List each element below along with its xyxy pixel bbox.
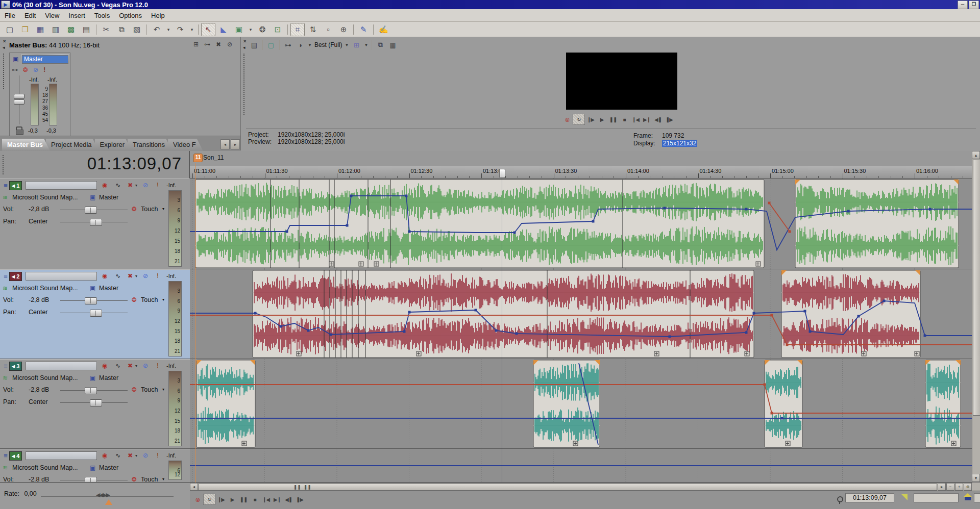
menu-file[interactable]: File (0, 10, 20, 21)
automation-settings-button[interactable]: ❂ (255, 23, 270, 36)
preview-quality-button[interactable]: ◑ (295, 39, 306, 50)
event-pan-crop-grip[interactable] (756, 262, 761, 266)
envelope-node[interactable] (330, 334, 332, 336)
event-pan-crop-grip[interactable] (374, 262, 379, 266)
audio-event[interactable] (795, 180, 959, 268)
selection-edit-tool-button[interactable]: ▣ (232, 23, 246, 36)
automation-gear-icon[interactable]: ❂ (132, 476, 137, 482)
menu-insert[interactable]: Insert (64, 10, 90, 21)
automation-mode-label[interactable]: Touch (141, 296, 158, 303)
overlay-grid-button[interactable]: ⊞ (351, 39, 362, 50)
envelope-node[interactable] (346, 224, 349, 227)
envelope-node[interactable] (771, 314, 773, 317)
redo-options-button[interactable]: ▾ (188, 23, 195, 36)
automation-dropdown-icon[interactable]: ▾ (162, 477, 164, 481)
envelope-line[interactable] (769, 203, 790, 232)
step-backward-button[interactable]: ◀❚ (283, 494, 294, 504)
track-envelope-icon[interactable]: ∿ (113, 451, 122, 460)
envelope-node[interactable] (789, 231, 791, 233)
pan-slider-handle[interactable] (90, 310, 102, 317)
mute-dropdown-icon[interactable]: ▾ (134, 362, 139, 370)
pan-value[interactable]: Center (29, 309, 48, 316)
event-pan-crop-grip[interactable] (416, 351, 421, 356)
marker-tag[interactable]: 11 (193, 154, 203, 162)
track-lane-4[interactable] (190, 449, 972, 482)
track-name-field[interactable] (26, 181, 97, 190)
video-output-fx-button[interactable]: ⊶ (282, 39, 293, 50)
tab-scroll-left[interactable]: ◂ (220, 139, 230, 149)
selection-start-field[interactable] (914, 493, 959, 502)
automation-mode-label[interactable]: Touch (141, 206, 158, 213)
play-from-start-button[interactable]: ❙▶ (585, 114, 596, 124)
track-name-field[interactable] (26, 362, 97, 370)
event-pan-crop-grip[interactable] (745, 351, 749, 356)
envelope-node[interactable] (516, 333, 518, 335)
envelope-node[interactable] (405, 195, 408, 197)
enable-snapping-button[interactable]: ⌗ (290, 23, 305, 36)
solo-icon[interactable]: ⊘ (141, 272, 150, 280)
track-header-1[interactable]: ≡◀1◉∿✖▾⊘!-Inf.36912151821≋Microsoft Soun… (0, 179, 190, 269)
record-arm-icon[interactable]: ◉ (100, 272, 109, 280)
master-fader-handle[interactable] (14, 94, 24, 103)
bus-routing-icon[interactable]: ▣ (90, 194, 95, 201)
tab-scroll-right[interactable]: ▸ (231, 139, 240, 149)
bus-routing-icon[interactable]: ▣ (90, 285, 95, 292)
record-button[interactable]: ◎ (561, 114, 573, 124)
envelope-edit-tool-button[interactable]: ◣ (216, 23, 231, 36)
audio-device-name[interactable]: Microsoft Sound Map... (12, 285, 78, 292)
play-from-start-button[interactable]: ❙▶ (215, 494, 227, 504)
playhead-line[interactable] (502, 171, 502, 482)
event-pan-crop-grip[interactable] (862, 351, 866, 356)
interactive-tutorials-button[interactable]: ✎ (356, 23, 371, 36)
pan-value[interactable]: Center (29, 218, 48, 225)
automation-dropdown-icon[interactable]: ▾ (162, 207, 164, 211)
selection-tool-options-button[interactable]: ▾ (247, 23, 254, 36)
open-project-button[interactable]: ❐ (18, 23, 32, 36)
menu-tools[interactable]: Tools (90, 10, 114, 21)
rate-marker-icon[interactable] (105, 499, 112, 505)
preview-quality-label[interactable]: Best (Full) (314, 41, 342, 48)
scroll-left-button[interactable]: ◂ (190, 483, 198, 491)
panel-grip[interactable] (3, 54, 5, 89)
envelope-node[interactable] (786, 344, 789, 346)
master-bus-name-field[interactable]: Master (22, 55, 68, 64)
envelope-node[interactable] (883, 300, 886, 302)
pan-slider-handle[interactable] (90, 399, 102, 406)
envelope-node[interactable] (408, 231, 411, 233)
envelope-node[interactable] (513, 232, 516, 234)
event-pan-crop-button[interactable]: ⊡ (271, 23, 285, 36)
envelope-node[interactable] (924, 335, 926, 337)
phase-icon[interactable]: ! (153, 362, 162, 370)
track-envelope-icon[interactable]: ∿ (113, 362, 122, 370)
loop-playback-button[interactable]: ↻ (573, 114, 585, 125)
automation-dropdown-icon[interactable]: ▾ (162, 387, 164, 392)
dock-arrow-icon[interactable]: ◂ (243, 45, 246, 50)
bus-routing-icon[interactable]: ▣ (90, 374, 95, 381)
event-pan-crop-grip[interactable] (786, 441, 790, 446)
scroll-down-button[interactable]: ▾ (972, 474, 980, 482)
event-pan-crop-grip[interactable] (573, 441, 578, 446)
step-forward-button[interactable]: ❚▶ (294, 494, 305, 504)
project-properties-button[interactable]: ▤ (79, 23, 93, 36)
insert-bus-button[interactable]: ⊞ (192, 40, 200, 48)
event-pan-crop-grip[interactable] (359, 262, 363, 266)
play-button[interactable]: ▶ (227, 494, 238, 504)
menu-help[interactable]: Help (146, 10, 169, 21)
record-arm-icon[interactable]: ◉ (100, 362, 109, 370)
vol-value[interactable]: -2,8 dB (29, 386, 49, 393)
envelope-node[interactable] (745, 332, 748, 334)
scroll-right-button[interactable]: ▸ (938, 483, 946, 491)
mute-dropdown-icon[interactable]: ▾ (134, 272, 139, 280)
track-lane-3[interactable] (190, 359, 972, 449)
stop-button[interactable]: ■ (619, 114, 630, 124)
horizontal-scroll-thumb[interactable]: ❚❚ ❚❚ (198, 483, 937, 491)
copy-snapshot-button[interactable]: ⧉ (375, 39, 386, 50)
menu-options[interactable]: Options (114, 10, 146, 21)
envelope-node[interactable] (408, 311, 411, 314)
event-pan-crop-grip[interactable] (654, 351, 659, 356)
external-monitor-button[interactable]: ▢ (265, 39, 277, 50)
new-project-button[interactable]: ▢ (3, 23, 17, 36)
track-number-badge[interactable]: ◀2 (9, 272, 22, 281)
pan-value[interactable]: Center (29, 398, 48, 405)
lock-envelopes-button[interactable]: ▫ (321, 23, 335, 36)
